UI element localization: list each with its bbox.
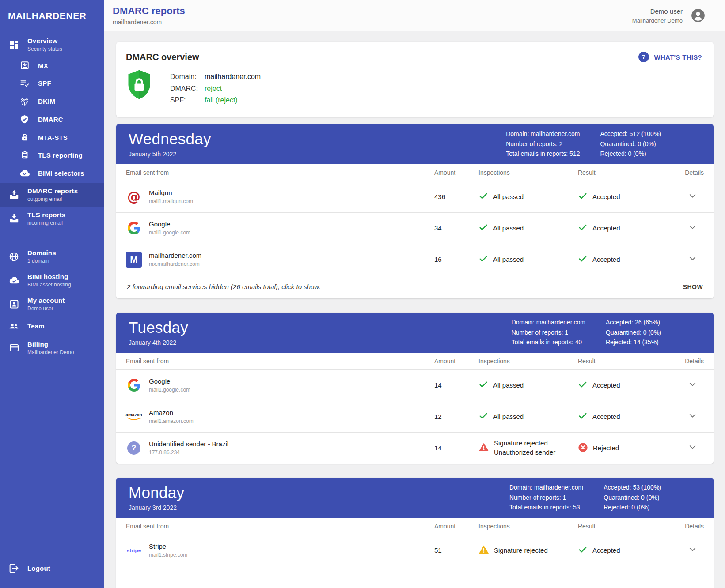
- inspection-line: Signature rejected: [494, 547, 548, 554]
- result-text: Accepted: [592, 381, 620, 389]
- check-icon: [478, 411, 488, 422]
- sidebar-item-spf[interactable]: SPF: [0, 74, 104, 92]
- inspection-line: Signature rejected: [494, 439, 555, 447]
- sidebar-item-text: SPF: [38, 79, 51, 87]
- column-header-result: Result: [578, 169, 668, 176]
- sidebar-item-dmarc[interactable]: DMARC: [0, 110, 104, 128]
- sender-cell: stripeStripemail1.stripe.com: [126, 543, 434, 558]
- rejected-icon: [578, 442, 588, 454]
- day-name: Monday: [129, 484, 184, 501]
- sidebar-item-dmarc-reports[interactable]: DMARC reportsoutgoing email: [0, 183, 104, 207]
- clipboard-icon: [19, 150, 30, 160]
- sidebar-item-billing[interactable]: BillingMailhardener Demo: [0, 336, 104, 360]
- content: DMARC overview ? WHAT'S THIS? Domain:mai…: [104, 31, 725, 588]
- stat-line: Accepted: 26 (65%): [606, 317, 661, 328]
- logout-button[interactable]: Logout: [0, 558, 104, 578]
- sidebar-item-tls-reports[interactable]: TLS reportsincoming email: [0, 207, 104, 230]
- chevron-down-icon: [687, 383, 698, 391]
- chevron-down-icon: [687, 415, 698, 422]
- sender-cell: Googlemail1.google.com: [126, 220, 434, 236]
- sidebar-item-team[interactable]: Team: [0, 316, 104, 336]
- day-cards: WednesdayJanuary 5th 2022Domain: mailhar…: [116, 124, 714, 588]
- details-toggle[interactable]: [687, 442, 698, 454]
- day-card-tuesday: TuesdayJanuary 4th 2022Domain: mailharde…: [116, 313, 714, 464]
- sender-text: Mailgunmail1.mailgun.com: [149, 189, 193, 204]
- sender-name: Mailgun: [149, 189, 193, 196]
- sender-text: Amazonmail1.amazon.com: [149, 409, 194, 424]
- sender-text: Unidentified sender - Brazil177.0.86.234: [149, 440, 228, 456]
- table-row: stripeStripemail1.stripe.com51Signature …: [116, 535, 714, 566]
- result-cell: Accepted: [578, 545, 668, 556]
- column-header-inspections: Inspections: [478, 169, 578, 176]
- field-label: SPF:: [170, 94, 205, 106]
- column-header-result: Result: [578, 523, 668, 530]
- page-subtitle: mailhardener.com: [113, 19, 185, 26]
- sidebar: MAILHARDENER OverviewSecurity statusMXSP…: [0, 0, 104, 588]
- sidebar-item-text: DMARC: [38, 116, 63, 123]
- shield-lock-icon: [127, 68, 152, 101]
- inspection-line: Unauthorized sender: [494, 449, 555, 456]
- page-title: DMARC reports: [113, 5, 185, 17]
- day-card-wednesday: WednesdayJanuary 5th 2022Domain: mailhar…: [116, 124, 714, 298]
- sidebar-item-label: BIMI hosting: [27, 273, 71, 280]
- result-text: Accepted: [592, 547, 620, 554]
- sidebar-item-my-account[interactable]: My accountDemo user: [0, 292, 104, 316]
- sidebar-item-dkim[interactable]: DKIM: [0, 92, 104, 110]
- whats-this-label: WHAT'S THIS?: [654, 53, 702, 61]
- day-title-block: WednesdayJanuary 5th 2022: [129, 130, 211, 158]
- table-header-row: Email sent fromAmountInspectionsResultDe…: [116, 353, 714, 369]
- day-header: TuesdayJanuary 4th 2022Domain: mailharde…: [116, 313, 714, 353]
- stat-line: Accepted: 53 (100%): [604, 482, 661, 493]
- stat-line: Number of reports: 2: [506, 139, 580, 149]
- sender-domain: mail1.stripe.com: [149, 552, 187, 558]
- sidebar-item-text: MTA-STS: [38, 134, 68, 141]
- sidebar-item-sublabel: Security status: [27, 46, 62, 52]
- details-toggle[interactable]: [687, 253, 698, 265]
- details-cell: [668, 442, 704, 454]
- sender-domain: mail1.amazon.com: [149, 418, 194, 424]
- whats-this-link[interactable]: ? WHAT'S THIS?: [638, 51, 702, 63]
- sidebar-item-mx[interactable]: MX: [0, 57, 104, 74]
- user-org: Mailhardener Demo: [632, 17, 683, 24]
- sidebar-item-label: SPF: [38, 79, 51, 87]
- result-text: Accepted: [592, 256, 620, 263]
- sender-text: mailhardener.commx.mailhardener.com: [149, 252, 201, 267]
- day-title-block: TuesdayJanuary 4th 2022: [129, 319, 188, 346]
- details-toggle[interactable]: [687, 411, 698, 422]
- sender-domain: mail1.google.com: [149, 230, 190, 236]
- stat-line: Total emails in reports: 512: [506, 149, 580, 159]
- sidebar-item-label: TLS reporting: [38, 151, 83, 159]
- avatar[interactable]: [691, 8, 706, 23]
- sidebar-item-text: BIMI selectors: [38, 170, 84, 177]
- hidden-services-row: 2 forwarding email services hidden (26 e…: [116, 275, 714, 298]
- sidebar-item-bimi-selectors[interactable]: BIMI selectors: [0, 164, 104, 183]
- field-value: reject: [205, 85, 222, 92]
- sidebar-item-tls-reporting[interactable]: TLS reporting: [0, 146, 104, 164]
- sidebar-item-overview[interactable]: OverviewSecurity status: [0, 33, 104, 57]
- sender-name: Stripe: [149, 543, 187, 550]
- details-toggle[interactable]: [687, 379, 698, 391]
- sender-cell: ?Unidentified sender - Brazil177.0.86.23…: [126, 440, 434, 456]
- day-stats-results: Accepted: 53 (100%)Quarantined: 0 (0%)Re…: [604, 482, 661, 513]
- sidebar-item-text: OverviewSecurity status: [27, 37, 62, 52]
- sender-domain: mx.mailhardener.com: [149, 261, 201, 267]
- shield-check-icon: [19, 114, 30, 124]
- sidebar-item-label: Team: [27, 322, 45, 330]
- google-icon: [126, 222, 142, 234]
- day-table: Email sent fromAmountInspectionsResultDe…: [116, 353, 714, 464]
- sidebar-item-sublabel: Demo user: [27, 305, 65, 312]
- sidebar-item-domains[interactable]: Domains1 domain: [0, 245, 104, 268]
- show-button[interactable]: SHOW: [683, 283, 703, 290]
- details-toggle[interactable]: [687, 222, 698, 234]
- day-title-block: MondayJanuary 3rd 2022: [129, 484, 184, 511]
- sidebar-item-bimi-hosting[interactable]: BIMI hostingBIMI asset hosting: [0, 268, 104, 292]
- inspection-lines: All passed: [493, 256, 524, 264]
- sidebar-item-text: MX: [38, 62, 48, 69]
- chevron-down-icon: [687, 548, 698, 556]
- sidebar-item-mta-sts[interactable]: MTA-STS: [0, 128, 104, 146]
- details-toggle[interactable]: [687, 191, 698, 203]
- amount-cell: 51: [434, 547, 478, 554]
- stat-line: Rejected: 0 (0%): [604, 502, 661, 513]
- details-toggle[interactable]: [687, 544, 698, 556]
- sidebar-item-label: Billing: [27, 340, 74, 348]
